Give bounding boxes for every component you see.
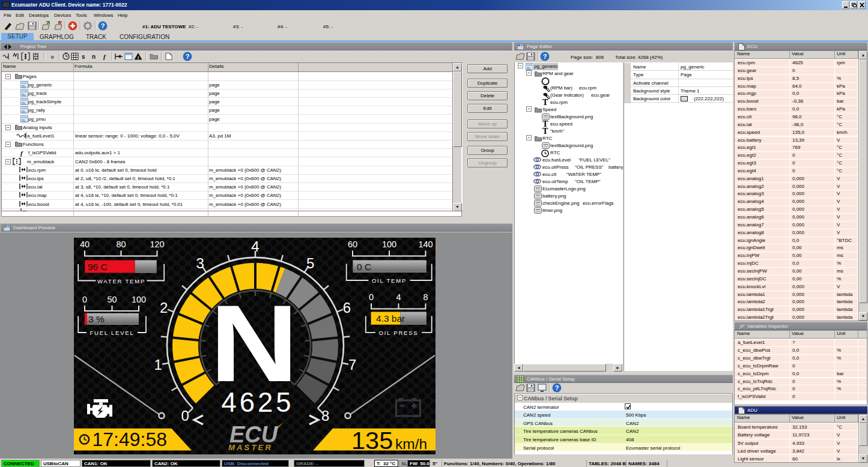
svg-text:f: f (103, 53, 106, 60)
svg-text:80: 80 (116, 240, 126, 249)
svg-text:?: ? (101, 22, 105, 29)
svg-text:60: 60 (348, 240, 357, 249)
svg-text:0: 0 (82, 295, 87, 304)
svg-text:MASTER: MASTER (228, 443, 273, 452)
svg-text:OIL TEMP: OIL TEMP (372, 277, 407, 284)
svg-text:0: 0 (369, 292, 374, 302)
svg-text:50: 50 (107, 295, 117, 304)
svg-text:km/h: km/h (395, 436, 427, 452)
svg-text:96 C: 96 C (88, 262, 108, 272)
svg-text:40: 40 (80, 240, 90, 249)
svg-text:4.3 bar: 4.3 bar (376, 313, 405, 324)
svg-text:s: s (82, 53, 85, 60)
svg-text:135: 135 (351, 426, 393, 454)
svg-text:?: ? (186, 53, 190, 60)
svg-text:?: ? (555, 384, 559, 391)
svg-text:3 %: 3 % (88, 314, 105, 324)
svg-text:FUEL LEVEL: FUEL LEVEL (90, 330, 134, 336)
svg-text:0 C: 0 C (357, 262, 371, 272)
svg-text:140: 140 (418, 240, 432, 249)
svg-text:!: ! (138, 55, 139, 61)
svg-text:OIL PRESS: OIL PRESS (378, 330, 418, 336)
svg-text:100: 100 (382, 240, 396, 249)
svg-text:n: n (92, 53, 96, 60)
svg-text:100: 100 (132, 295, 146, 304)
svg-text:4625: 4625 (221, 387, 294, 418)
svg-text:8: 8 (423, 292, 428, 302)
svg-text:e: e (51, 53, 54, 60)
svg-text:N: N (210, 283, 299, 404)
svg-text:17:49:58: 17:49:58 (93, 429, 168, 450)
svg-text:4: 4 (396, 292, 401, 302)
svg-text:WATER TEMP: WATER TEMP (97, 278, 145, 285)
svg-text:?: ? (543, 53, 547, 60)
svg-text:120: 120 (150, 240, 164, 249)
